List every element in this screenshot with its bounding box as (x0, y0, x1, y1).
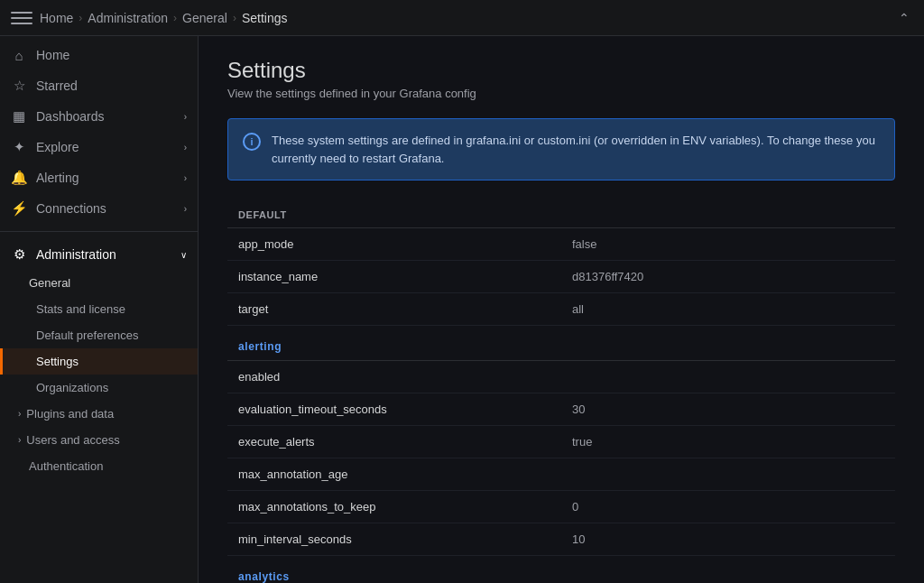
sidebar-sub-auth[interactable]: Authentication (0, 453, 198, 479)
sidebar-sub-settings-label: Settings (36, 355, 79, 368)
chevron-down-icon: ∨ (180, 250, 187, 260)
hamburger-button[interactable] (11, 7, 32, 29)
setting-key: max_annotation_age (227, 458, 561, 491)
breadcrumb-sep-3: › (233, 12, 236, 24)
breadcrumb: Home › Administration › General › Settin… (40, 11, 287, 25)
sidebar-item-alerting[interactable]: 🔔 Alerting › (0, 162, 198, 193)
sidebar-item-connections-label: Connections (36, 201, 106, 216)
setting-key: min_interval_seconds (227, 523, 561, 556)
sidebar-item-starred-label: Starred (36, 79, 78, 93)
sidebar-sub-users-label: Users and access (26, 433, 119, 447)
setting-key: enabled (227, 361, 561, 393)
sidebar-item-administration[interactable]: ⚙ Administration ∨ (0, 239, 198, 270)
setting-value: true (561, 426, 895, 458)
home-icon: ⌂ (11, 47, 27, 63)
sidebar-sub-auth-label: Authentication (29, 459, 103, 473)
sidebar-sub-organizations-label: Organizations (36, 381, 108, 394)
setting-value: 10 (561, 523, 895, 556)
sidebar-sub-users[interactable]: › Users and access (0, 427, 198, 453)
setting-key: max_annotations_to_keep (227, 491, 561, 523)
chevron-right-icon-3: › (184, 173, 187, 183)
sidebar-sub-stats[interactable]: Stats and license (0, 296, 198, 322)
table-row: min_interval_seconds 10 (227, 523, 895, 556)
sidebar-item-starred[interactable]: ☆ Starred (0, 70, 198, 101)
chevron-right-plugins: › (18, 409, 21, 419)
sidebar-item-dashboards[interactable]: ▦ Dashboards › (0, 101, 198, 132)
table-row: app_mode false (227, 228, 895, 261)
admin-icon: ⚙ (11, 246, 27, 263)
sidebar-divider (0, 231, 198, 232)
sidebar-main-nav: ⌂ Home ☆ Starred ▦ Dashboards › ✦ Explor… (0, 36, 198, 227)
layout: ⌂ Home ☆ Starred ▦ Dashboards › ✦ Explor… (0, 36, 924, 583)
section-header-default: DEFAULT (227, 202, 895, 228)
sidebar-item-home-label: Home (36, 48, 69, 62)
info-banner-text: These system settings are defined in gra… (272, 132, 880, 167)
sidebar-sub-stats-label: Stats and license (36, 302, 125, 316)
sidebar-sub-general-label: General (29, 276, 70, 290)
sidebar-item-explore-label: Explore (36, 140, 79, 154)
setting-key: execute_alerts (227, 426, 561, 458)
breadcrumb-current: Settings (242, 11, 288, 25)
connections-icon: ⚡ (11, 200, 27, 217)
setting-key: target (227, 293, 561, 326)
sidebar-sub-general[interactable]: General (0, 270, 198, 296)
sidebar-item-explore[interactable]: ✦ Explore › (0, 132, 198, 162)
setting-value: 0 (561, 491, 895, 523)
sidebar-sub-default-prefs-label: Default preferences (36, 329, 138, 342)
sidebar-sub-settings[interactable]: Settings (0, 348, 198, 375)
sidebar-item-connections[interactable]: ⚡ Connections › (0, 193, 198, 224)
sidebar-item-administration-label: Administration (36, 247, 116, 262)
settings-section-default: DEFAULT app_mode false instance_name d81… (227, 202, 895, 326)
section-header-alerting: alerting (227, 333, 895, 361)
explore-icon: ✦ (11, 139, 27, 155)
main-content: Settings View the settings defined in yo… (199, 36, 924, 583)
settings-table-default: app_mode false instance_name d81376ff742… (227, 228, 895, 326)
dashboards-icon: ▦ (11, 108, 27, 125)
sidebar: ⌂ Home ☆ Starred ▦ Dashboards › ✦ Explor… (0, 36, 199, 583)
section-header-analytics: analytics (227, 563, 895, 583)
breadcrumb-general[interactable]: General (182, 11, 227, 25)
page-title: Settings (227, 58, 895, 83)
table-row: max_annotation_age (227, 458, 895, 491)
star-icon: ☆ (11, 78, 27, 94)
setting-key: instance_name (227, 261, 561, 293)
breadcrumb-administration[interactable]: Administration (88, 11, 168, 25)
settings-table-alerting: enabled evaluation_timeout_seconds 30 ex… (227, 361, 895, 556)
sidebar-item-home[interactable]: ⌂ Home (0, 40, 198, 70)
table-row: execute_alerts true (227, 426, 895, 458)
table-row: evaluation_timeout_seconds 30 (227, 393, 895, 426)
sidebar-sub-plugins-label: Plugins and data (26, 407, 114, 421)
table-row: max_annotations_to_keep 0 (227, 491, 895, 523)
setting-value: 30 (561, 393, 895, 426)
breadcrumb-home[interactable]: Home (40, 11, 73, 25)
setting-value (561, 361, 895, 393)
chevron-right-icon: › (184, 112, 187, 122)
topbar-right: ⌃ (895, 9, 913, 27)
table-row: instance_name d81376ff7420 (227, 261, 895, 293)
info-icon: i (243, 133, 261, 151)
settings-section-alerting: alerting enabled evaluation_timeout_seco… (227, 333, 895, 556)
setting-key: app_mode (227, 228, 561, 261)
topbar: Home › Administration › General › Settin… (0, 0, 924, 36)
page-subtitle: View the settings defined in your Grafan… (227, 87, 895, 100)
setting-key: evaluation_timeout_seconds (227, 393, 561, 426)
sidebar-item-dashboards-label: Dashboards (36, 109, 105, 124)
setting-value (561, 458, 895, 491)
settings-section-analytics: analytics application_insights_connectio… (227, 563, 895, 583)
collapse-icon[interactable]: ⌃ (895, 9, 913, 27)
info-banner: i These system settings are defined in g… (227, 118, 895, 180)
setting-value: d81376ff7420 (561, 261, 895, 293)
breadcrumb-sep-1: › (79, 12, 82, 24)
sidebar-sub-organizations[interactable]: Organizations (0, 375, 198, 401)
chevron-right-icon-4: › (184, 204, 187, 214)
table-row: target all (227, 293, 895, 326)
setting-value: false (561, 228, 895, 261)
chevron-right-icon-2: › (184, 143, 187, 153)
setting-value: all (561, 293, 895, 326)
table-row: enabled (227, 361, 895, 393)
breadcrumb-sep-2: › (173, 12, 177, 24)
sidebar-item-alerting-label: Alerting (36, 171, 79, 185)
sidebar-sub-default-prefs[interactable]: Default preferences (0, 322, 198, 348)
sidebar-sub-plugins[interactable]: › Plugins and data (0, 401, 198, 427)
sidebar-admin-section: ⚙ Administration ∨ General Stats and lic… (0, 236, 198, 483)
